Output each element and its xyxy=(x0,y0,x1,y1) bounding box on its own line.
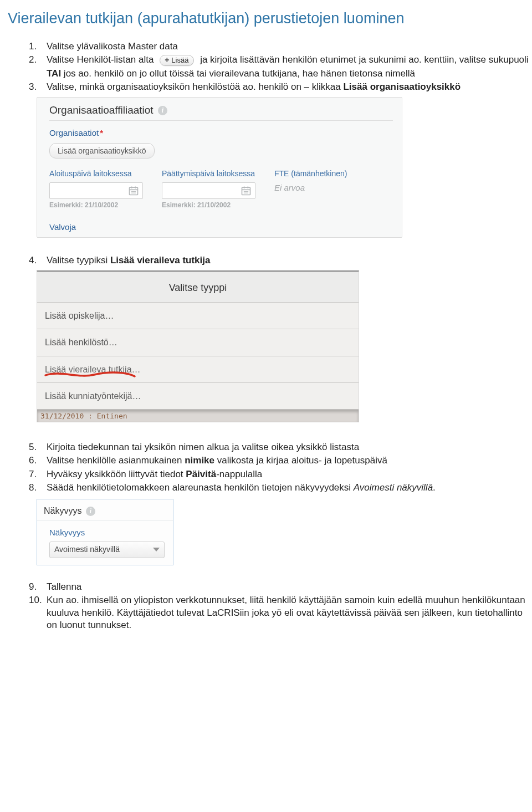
step-text: Hyväksy yksikköön liittyvät tiedot xyxy=(47,469,186,479)
step-7: 7. Hyväksy yksikköön liittyvät tiedot Pä… xyxy=(29,468,532,481)
step-9: 9. Tallenna xyxy=(29,581,532,593)
step-number: 5. xyxy=(29,441,37,453)
step-8: 8. Säädä henkilötietolomakkeen alareunas… xyxy=(29,482,532,494)
type-option-staff[interactable]: Lisää henkilöstö… xyxy=(37,329,359,356)
heading-text: Näkyvyys xyxy=(44,506,81,515)
step-bold: Päivitä xyxy=(186,469,216,479)
select-value: Avoimesti näkyvillä xyxy=(54,544,120,554)
svg-rect-6 xyxy=(242,187,250,195)
tai-rest: jos ao. henkilö on jo ollut töissä tai v… xyxy=(61,68,415,79)
step-number: 2. xyxy=(29,54,37,66)
step-text: Säädä henkilötietolomakkeen alareunasta … xyxy=(47,482,354,493)
step-text: Valitse, minkä organisaatioyksikön henki… xyxy=(47,81,343,92)
step-bold: Lisää vieraileva tutkija xyxy=(110,255,211,265)
step-1: 1. Valitse ylävalikosta Master data xyxy=(29,40,532,53)
step-number: 4. xyxy=(29,254,37,267)
step-text: Kun ao. ihmisellä on yliopiston verkkotu… xyxy=(47,595,525,630)
step-text: -nappulalla xyxy=(216,469,262,479)
calendar-icon xyxy=(128,185,139,196)
fte-value: Ei arvoa xyxy=(274,182,347,193)
type-option-visiting-researcher[interactable]: Lisää vieraileva tutkija… xyxy=(37,356,359,383)
panel-footer-text: 31/12/2010 : Entinen xyxy=(37,410,359,422)
step-number: 7. xyxy=(29,468,37,481)
step-4: 4. Valitse tyypiksi Lisää vieraileva tut… xyxy=(29,254,532,267)
supervisor-link[interactable]: Valvoja xyxy=(49,222,393,233)
heading-text: Organisaatioaffiliaatiot xyxy=(49,104,154,116)
org-affiliation-panel: Organisaatioaffiliaatiot i Organisaatiot… xyxy=(37,97,402,238)
red-underline-annotation xyxy=(44,371,136,379)
step-text: Valitse henkilölle asianmukainen xyxy=(47,455,185,466)
chevron-down-icon xyxy=(153,548,160,551)
step-6: 6. Valitse henkilölle asianmukainen nimi… xyxy=(29,454,532,467)
divider xyxy=(49,120,393,121)
step-text: . xyxy=(433,482,436,493)
step-alt: TAI jos ao. henkilö on jo ollut töissä t… xyxy=(47,68,532,80)
step-2: 2. Valitse Henkilöt-listan alta +Lisää j… xyxy=(29,54,532,80)
visibility-heading: Näkyvyys i xyxy=(37,499,173,520)
end-date-label: Päättymispäivä laitoksessa xyxy=(162,168,255,178)
step-5: 5. Kirjoita tiedekunnan tai yksikön nime… xyxy=(29,441,532,453)
step-text: Tallenna xyxy=(47,581,81,592)
step-number: 3. xyxy=(29,81,37,93)
step-number: 1. xyxy=(29,40,37,53)
type-option-student[interactable]: Lisää opiskelija… xyxy=(37,303,359,329)
page-title: Vierailevan tutkijan (apurahatutkijan) p… xyxy=(0,10,532,27)
type-option-honorary[interactable]: Lisää kunniatyöntekijä… xyxy=(37,383,359,410)
add-button-label: Lisää xyxy=(171,56,188,64)
step-number: 10. xyxy=(29,594,42,606)
plus-icon: + xyxy=(165,55,169,64)
add-org-unit-button[interactable]: Lisää organisaatioyksikkö xyxy=(49,143,155,159)
step-text: Valitse Henkilöt-listan alta xyxy=(47,54,154,65)
step-bold: Lisää organisaatioyksikkö xyxy=(343,81,461,92)
start-date-input[interactable] xyxy=(49,182,143,199)
org-label-text: Organisaatiot xyxy=(49,128,99,137)
content-body: 1. Valitse ylävalikosta Master data 2. V… xyxy=(0,40,532,631)
fte-column: FTE (tämänhetkinen) Ei arvoa xyxy=(274,168,347,210)
end-date-input[interactable] xyxy=(162,182,255,199)
step-10: 10. Kun ao. ihmisellä on yliopiston verk… xyxy=(29,594,532,631)
end-date-example: Esimerkki: 21/10/2002 xyxy=(162,201,255,210)
info-icon[interactable]: i xyxy=(86,507,95,516)
step-text: Valitse tyypiksi xyxy=(47,255,110,265)
step-text: Valitse ylävalikosta Master data xyxy=(47,41,178,52)
select-type-panel: Valitse tyyppi Lisää opiskelija… Lisää h… xyxy=(37,270,359,422)
step-number: 9. xyxy=(29,581,37,593)
start-date-column: Aloituspäivä laitoksessa Esimerkki: 21/1… xyxy=(49,168,143,210)
info-icon[interactable]: i xyxy=(158,106,167,115)
step-italic: Avoimesti näkyvillä xyxy=(354,482,433,493)
fte-label: FTE (tämänhetkinen) xyxy=(274,168,347,178)
select-type-title: Valitse tyyppi xyxy=(37,272,359,303)
step-text: valikosta ja kirjaa aloitus- ja lopetusp… xyxy=(214,455,387,466)
start-date-label: Aloituspäivä laitoksessa xyxy=(49,168,143,178)
calendar-icon xyxy=(241,185,252,196)
step-number: 8. xyxy=(29,482,37,494)
step-text: ja kirjoita lisättävän henkilön etunimet… xyxy=(200,54,528,65)
step-number: 6. xyxy=(29,454,37,467)
visibility-panel: Näkyvyys i Näkyvyys Avoimesti näkyvillä xyxy=(37,499,173,565)
divider xyxy=(37,520,173,520)
tai-bold: TAI xyxy=(47,68,61,79)
panel-heading: Organisaatioaffiliaatiot i xyxy=(49,103,393,117)
add-button[interactable]: +Lisää xyxy=(160,55,194,66)
step-bold: nimike xyxy=(185,455,214,466)
required-asterisk: * xyxy=(100,128,103,137)
visibility-sublabel: Näkyvyys xyxy=(37,527,173,538)
end-date-column: Päättymispäivä laitoksessa Esimerkki: 21… xyxy=(162,168,255,210)
visibility-select[interactable]: Avoimesti näkyvillä xyxy=(49,542,165,558)
svg-rect-0 xyxy=(130,187,138,195)
step-3: 3. Valitse, minkä organisaatioyksikön he… xyxy=(29,81,532,93)
start-date-example: Esimerkki: 21/10/2002 xyxy=(49,201,143,210)
step-text: Kirjoita tiedekunnan tai yksikön nimen a… xyxy=(47,442,359,452)
org-label: Organisaatiot* xyxy=(49,127,393,139)
